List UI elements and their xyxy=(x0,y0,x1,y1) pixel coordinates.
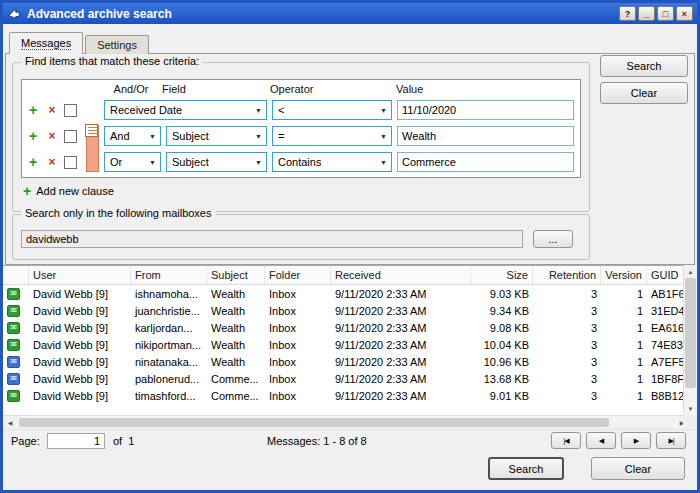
criteria-row: + × And ▼ Subject ▼ = ▼ xyxy=(22,123,580,149)
maximize-button[interactable]: □ xyxy=(657,6,674,21)
table-row[interactable]: ✉ David Webb [9] nikiportman... Wealth I… xyxy=(3,336,683,353)
prev-page-button[interactable]: ◀ xyxy=(586,432,616,449)
cell-size: 10.96 KB xyxy=(471,353,533,370)
clause-checkbox[interactable] xyxy=(64,104,80,117)
field-select[interactable]: Subject ▼ xyxy=(166,126,267,146)
column-received[interactable]: Received xyxy=(331,266,471,284)
cell-user: David Webb [9] xyxy=(29,319,131,336)
column-version[interactable]: Version xyxy=(601,266,647,284)
cell-retention: 3 xyxy=(533,319,601,336)
table-row[interactable]: ✉ David Webb [9] timashford... Comme... … xyxy=(3,387,683,404)
page-label: Page: xyxy=(11,435,40,447)
cell-from: ninatanaka... xyxy=(131,353,207,370)
plus-icon: + xyxy=(23,183,31,199)
clause-checkbox[interactable] xyxy=(64,156,80,169)
column-retention[interactable]: Retention xyxy=(533,266,601,284)
advanced-archive-search-window: Advanced archive search ? _ □ × Messages… xyxy=(0,0,700,493)
operator-select[interactable]: < ▼ xyxy=(272,100,392,120)
cell-received: 9/11/2020 2:33 AM xyxy=(331,302,471,319)
value-input[interactable] xyxy=(397,100,574,120)
add-clause-icon[interactable]: + xyxy=(26,129,40,143)
chevron-down-icon: ▼ xyxy=(380,159,387,166)
cell-subject: Wealth xyxy=(207,285,265,302)
horizontal-scrollbar[interactable]: ◀ ▶ xyxy=(3,415,689,429)
window-title: Advanced archive search xyxy=(27,7,617,21)
column-folder[interactable]: Folder xyxy=(265,266,331,284)
table-row[interactable]: ✉ David Webb [9] pablonerud... Comme... … xyxy=(3,370,683,387)
pager-nav: |◀ ◀ ▶ ▶| xyxy=(551,432,686,449)
search-button[interactable]: Search xyxy=(600,55,688,77)
column-from[interactable]: From xyxy=(131,266,207,284)
andor-select[interactable]: And ▼ xyxy=(104,126,161,146)
message-icon: ✉ xyxy=(7,288,20,300)
cell-subject: Wealth xyxy=(207,353,265,370)
minimize-button[interactable]: _ xyxy=(638,6,655,21)
cell-retention: 3 xyxy=(533,353,601,370)
browse-mailboxes-button[interactable]: ... xyxy=(533,230,573,248)
table-row[interactable]: ✉ David Webb [9] karljordan... Wealth In… xyxy=(3,319,683,336)
value-input[interactable] xyxy=(397,126,574,146)
column-user[interactable]: User xyxy=(29,266,131,284)
remove-clause-icon[interactable]: × xyxy=(45,129,59,143)
next-page-button[interactable]: ▶ xyxy=(621,432,651,449)
scroll-left-icon[interactable]: ◀ xyxy=(3,416,17,429)
message-icon: ✉ xyxy=(7,339,20,351)
cell-user: David Webb [9] xyxy=(29,370,131,387)
titlebar[interactable]: Advanced archive search ? _ □ × xyxy=(3,3,697,24)
vertical-scroll-thumb[interactable] xyxy=(685,278,696,388)
vertical-scrollbar[interactable]: ▲ ▼ xyxy=(683,265,697,415)
remove-clause-icon[interactable]: × xyxy=(45,155,59,169)
clause-checkbox[interactable] xyxy=(64,130,80,143)
field-select[interactable]: Subject ▼ xyxy=(166,152,267,172)
criteria-header-field: Field xyxy=(162,83,270,95)
operator-select-value: Contains xyxy=(278,156,321,168)
group-bracket[interactable] xyxy=(86,125,99,172)
cell-user: David Webb [9] xyxy=(29,302,131,319)
column-subject[interactable]: Subject xyxy=(207,266,265,284)
add-clause-icon[interactable]: + xyxy=(26,103,40,117)
column-icon[interactable] xyxy=(3,266,29,284)
cell-version: 1 xyxy=(601,387,647,404)
horizontal-scroll-thumb[interactable] xyxy=(19,418,609,427)
add-new-clause-link[interactable]: + Add new clause xyxy=(23,183,114,199)
table-row[interactable]: ✉ David Webb [9] ninatanaka... Wealth In… xyxy=(3,353,683,370)
chevron-down-icon: ▼ xyxy=(149,159,156,166)
page-number-input[interactable] xyxy=(47,433,105,449)
criteria-header-andor: And/Or xyxy=(100,83,162,95)
scroll-up-icon[interactable]: ▲ xyxy=(684,265,697,278)
cell-subject: Wealth xyxy=(207,302,265,319)
cell-folder: Inbox xyxy=(265,302,331,319)
table-row[interactable]: ✉ David Webb [9] juanchristie... Wealth … xyxy=(3,302,683,319)
page-of-label: of 1 xyxy=(113,435,134,447)
value-input[interactable] xyxy=(397,152,574,172)
table-row[interactable]: ✉ David Webb [9] ishnamoha... Wealth Inb… xyxy=(3,285,683,302)
clear-button[interactable]: Clear xyxy=(600,82,688,104)
last-page-button[interactable]: ▶| xyxy=(656,432,686,449)
close-button[interactable]: × xyxy=(676,6,693,21)
scroll-down-icon[interactable]: ▼ xyxy=(684,402,697,415)
column-size[interactable]: Size xyxy=(471,266,533,284)
checkbox-box xyxy=(64,156,77,169)
cell-size: 9.08 KB xyxy=(471,319,533,336)
tab-strip: Messages Settings xyxy=(9,32,149,54)
add-clause-icon[interactable]: + xyxy=(26,155,40,169)
chevron-down-icon: ▼ xyxy=(255,107,262,114)
chevron-down-icon: ▼ xyxy=(149,133,156,140)
cell-guid: 1BF8F xyxy=(647,370,683,387)
cell-version: 1 xyxy=(601,319,647,336)
remove-clause-icon[interactable]: × xyxy=(45,103,59,117)
help-button[interactable]: ? xyxy=(619,6,636,21)
tab-settings-label: Settings xyxy=(97,39,137,51)
footer-clear-button[interactable]: Clear xyxy=(591,457,685,480)
tab-messages[interactable]: Messages xyxy=(9,32,83,54)
cell-guid: AB1F6 xyxy=(647,285,683,302)
andor-select[interactable]: Or ▼ xyxy=(104,152,161,172)
first-page-button[interactable]: |◀ xyxy=(551,432,581,449)
mailboxes-input[interactable] xyxy=(21,230,523,248)
tab-settings[interactable]: Settings xyxy=(85,35,149,54)
footer-search-button[interactable]: Search xyxy=(488,457,564,480)
operator-select[interactable]: = ▼ xyxy=(272,126,392,146)
field-select[interactable]: Received Date ▼ xyxy=(104,100,267,120)
operator-select[interactable]: Contains ▼ xyxy=(272,152,392,172)
criteria-table: And/Or Field Operator Value + × Received… xyxy=(21,79,581,178)
